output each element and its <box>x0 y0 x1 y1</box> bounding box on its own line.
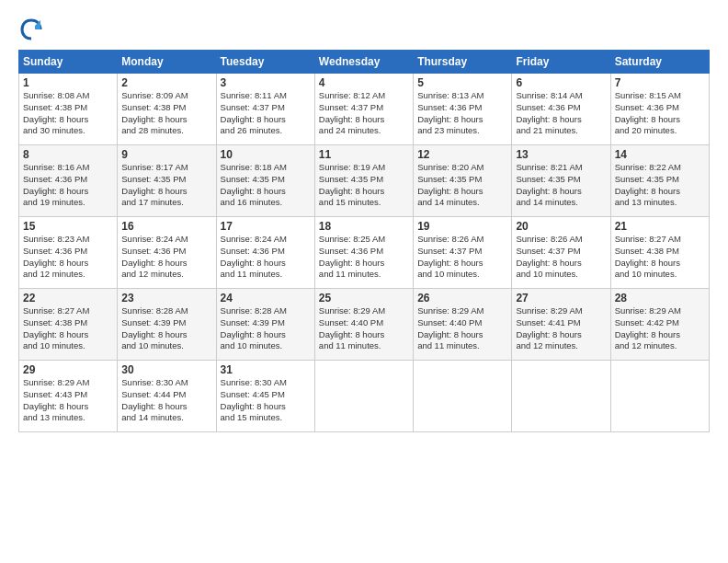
day-info: Sunrise: 8:08 AM Sunset: 4:38 PM Dayligh… <box>23 90 113 137</box>
day-number: 8 <box>23 148 113 161</box>
day-number: 21 <box>615 220 705 233</box>
day-cell: 14Sunrise: 8:22 AM Sunset: 4:35 PM Dayli… <box>610 145 709 217</box>
day-cell: 27Sunrise: 8:29 AM Sunset: 4:41 PM Dayli… <box>512 289 610 361</box>
col-header-wednesday: Wednesday <box>314 51 413 74</box>
day-cell <box>610 361 709 432</box>
day-info: Sunrise: 8:15 AM Sunset: 4:36 PM Dayligh… <box>615 90 705 137</box>
day-number: 16 <box>121 220 211 233</box>
col-header-saturday: Saturday <box>610 51 709 74</box>
day-cell: 13Sunrise: 8:21 AM Sunset: 4:35 PM Dayli… <box>512 145 610 217</box>
day-number: 28 <box>615 292 705 304</box>
day-number: 20 <box>516 220 606 233</box>
col-header-tuesday: Tuesday <box>216 51 314 74</box>
day-info: Sunrise: 8:24 AM Sunset: 4:36 PM Dayligh… <box>121 234 211 281</box>
day-number: 30 <box>121 363 211 376</box>
day-number: 22 <box>23 292 113 304</box>
day-number: 1 <box>23 76 113 89</box>
day-cell: 8Sunrise: 8:16 AM Sunset: 4:36 PM Daylig… <box>19 145 118 217</box>
day-cell: 29Sunrise: 8:29 AM Sunset: 4:43 PM Dayli… <box>19 361 118 432</box>
week-row-1: 1Sunrise: 8:08 AM Sunset: 4:38 PM Daylig… <box>19 74 710 145</box>
day-info: Sunrise: 8:12 AM Sunset: 4:37 PM Dayligh… <box>319 90 409 137</box>
day-cell: 15Sunrise: 8:23 AM Sunset: 4:36 PM Dayli… <box>19 217 118 289</box>
day-number: 31 <box>221 363 311 376</box>
logo-icon <box>18 17 44 42</box>
day-info: Sunrise: 8:30 AM Sunset: 4:44 PM Dayligh… <box>121 377 211 424</box>
day-info: Sunrise: 8:20 AM Sunset: 4:35 PM Dayligh… <box>417 162 507 209</box>
day-cell: 26Sunrise: 8:29 AM Sunset: 4:40 PM Dayli… <box>414 289 512 361</box>
day-info: Sunrise: 8:16 AM Sunset: 4:36 PM Dayligh… <box>23 162 113 209</box>
day-info: Sunrise: 8:27 AM Sunset: 4:38 PM Dayligh… <box>23 305 113 352</box>
day-cell: 28Sunrise: 8:29 AM Sunset: 4:42 PM Dayli… <box>610 289 709 361</box>
day-cell: 2Sunrise: 8:09 AM Sunset: 4:38 PM Daylig… <box>118 74 216 145</box>
day-cell: 31Sunrise: 8:30 AM Sunset: 4:45 PM Dayli… <box>216 361 314 432</box>
day-info: Sunrise: 8:22 AM Sunset: 4:35 PM Dayligh… <box>615 162 705 209</box>
day-cell: 21Sunrise: 8:27 AM Sunset: 4:38 PM Dayli… <box>610 217 709 289</box>
day-info: Sunrise: 8:29 AM Sunset: 4:43 PM Dayligh… <box>23 377 113 424</box>
day-info: Sunrise: 8:13 AM Sunset: 4:36 PM Dayligh… <box>417 90 507 137</box>
day-cell: 5Sunrise: 8:13 AM Sunset: 4:36 PM Daylig… <box>414 74 512 145</box>
day-info: Sunrise: 8:19 AM Sunset: 4:35 PM Dayligh… <box>319 162 409 209</box>
day-cell: 24Sunrise: 8:28 AM Sunset: 4:39 PM Dayli… <box>216 289 314 361</box>
day-number: 12 <box>417 148 507 161</box>
day-number: 2 <box>121 76 211 89</box>
day-number: 4 <box>319 76 409 89</box>
day-info: Sunrise: 8:29 AM Sunset: 4:41 PM Dayligh… <box>516 305 606 352</box>
day-number: 18 <box>319 220 409 233</box>
day-number: 19 <box>417 220 507 233</box>
day-info: Sunrise: 8:11 AM Sunset: 4:37 PM Dayligh… <box>221 90 311 137</box>
day-cell <box>512 361 610 432</box>
day-number: 11 <box>319 148 409 161</box>
day-number: 13 <box>516 148 606 161</box>
day-number: 17 <box>221 220 311 233</box>
day-info: Sunrise: 8:24 AM Sunset: 4:36 PM Dayligh… <box>221 234 311 281</box>
day-cell <box>414 361 512 432</box>
day-cell: 23Sunrise: 8:28 AM Sunset: 4:39 PM Dayli… <box>118 289 216 361</box>
day-info: Sunrise: 8:25 AM Sunset: 4:36 PM Dayligh… <box>319 234 409 281</box>
day-info: Sunrise: 8:26 AM Sunset: 4:37 PM Dayligh… <box>516 234 606 281</box>
day-cell <box>314 361 413 432</box>
day-info: Sunrise: 8:17 AM Sunset: 4:35 PM Dayligh… <box>121 162 211 209</box>
day-info: Sunrise: 8:21 AM Sunset: 4:35 PM Dayligh… <box>516 162 606 209</box>
day-number: 24 <box>221 292 311 304</box>
day-number: 5 <box>417 76 507 89</box>
day-number: 9 <box>121 148 211 161</box>
day-cell: 25Sunrise: 8:29 AM Sunset: 4:40 PM Dayli… <box>314 289 413 361</box>
day-number: 15 <box>23 220 113 233</box>
week-row-2: 8Sunrise: 8:16 AM Sunset: 4:36 PM Daylig… <box>19 145 710 217</box>
day-number: 29 <box>23 363 113 376</box>
page: SundayMondayTuesdayWednesdayThursdayFrid… <box>0 0 728 563</box>
day-cell: 1Sunrise: 8:08 AM Sunset: 4:38 PM Daylig… <box>19 74 118 145</box>
day-cell: 19Sunrise: 8:26 AM Sunset: 4:37 PM Dayli… <box>414 217 512 289</box>
day-info: Sunrise: 8:27 AM Sunset: 4:38 PM Dayligh… <box>615 234 705 281</box>
day-cell: 16Sunrise: 8:24 AM Sunset: 4:36 PM Dayli… <box>118 217 216 289</box>
calendar-table: SundayMondayTuesdayWednesdayThursdayFrid… <box>18 50 710 432</box>
day-info: Sunrise: 8:29 AM Sunset: 4:40 PM Dayligh… <box>319 305 409 352</box>
day-cell: 30Sunrise: 8:30 AM Sunset: 4:44 PM Dayli… <box>118 361 216 432</box>
day-number: 26 <box>417 292 507 304</box>
day-cell: 12Sunrise: 8:20 AM Sunset: 4:35 PM Dayli… <box>414 145 512 217</box>
day-cell: 17Sunrise: 8:24 AM Sunset: 4:36 PM Dayli… <box>216 217 314 289</box>
day-info: Sunrise: 8:28 AM Sunset: 4:39 PM Dayligh… <box>221 305 311 352</box>
day-info: Sunrise: 8:14 AM Sunset: 4:36 PM Dayligh… <box>516 90 606 137</box>
day-info: Sunrise: 8:26 AM Sunset: 4:37 PM Dayligh… <box>417 234 507 281</box>
col-header-monday: Monday <box>118 51 216 74</box>
week-row-5: 29Sunrise: 8:29 AM Sunset: 4:43 PM Dayli… <box>19 361 710 432</box>
week-row-4: 22Sunrise: 8:27 AM Sunset: 4:38 PM Dayli… <box>19 289 710 361</box>
day-cell: 22Sunrise: 8:27 AM Sunset: 4:38 PM Dayli… <box>19 289 118 361</box>
logo <box>18 17 48 42</box>
day-info: Sunrise: 8:30 AM Sunset: 4:45 PM Dayligh… <box>221 377 311 424</box>
col-header-sunday: Sunday <box>19 51 118 74</box>
day-number: 25 <box>319 292 409 304</box>
day-number: 10 <box>221 148 311 161</box>
day-cell: 18Sunrise: 8:25 AM Sunset: 4:36 PM Dayli… <box>314 217 413 289</box>
day-number: 27 <box>516 292 606 304</box>
day-number: 7 <box>615 76 705 89</box>
day-cell: 6Sunrise: 8:14 AM Sunset: 4:36 PM Daylig… <box>512 74 610 145</box>
day-info: Sunrise: 8:18 AM Sunset: 4:35 PM Dayligh… <box>221 162 311 209</box>
col-header-thursday: Thursday <box>414 51 512 74</box>
day-cell: 20Sunrise: 8:26 AM Sunset: 4:37 PM Dayli… <box>512 217 610 289</box>
day-number: 23 <box>121 292 211 304</box>
day-info: Sunrise: 8:29 AM Sunset: 4:40 PM Dayligh… <box>417 305 507 352</box>
day-number: 14 <box>615 148 705 161</box>
day-cell: 3Sunrise: 8:11 AM Sunset: 4:37 PM Daylig… <box>216 74 314 145</box>
